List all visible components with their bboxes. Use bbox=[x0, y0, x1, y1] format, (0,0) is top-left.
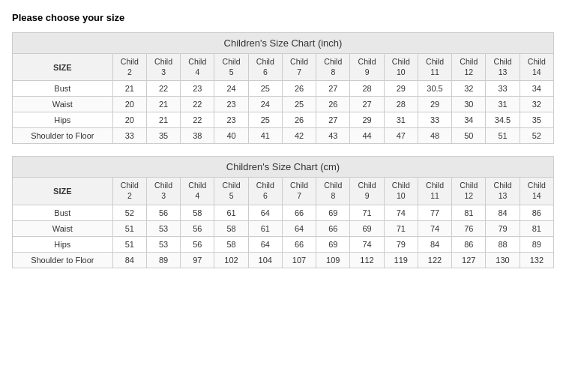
cm-chart-container: Children's Size Chart (cm) SIZE Child2Ch… bbox=[12, 156, 554, 268]
size-header-7: Child9 bbox=[350, 178, 384, 205]
cm-chart-table: SIZE Child2Child3Child4Child5Child6Child… bbox=[12, 177, 554, 268]
cell-2-5: 26 bbox=[282, 112, 316, 128]
size-header-11: Child13 bbox=[486, 54, 520, 81]
cell-0-1: 22 bbox=[146, 81, 180, 97]
cell-3-5: 107 bbox=[282, 252, 316, 268]
table-row: Shoulder to Floor33353840414243444748505… bbox=[13, 128, 554, 144]
cell-1-10: 30 bbox=[452, 97, 486, 112]
cell-3-2: 97 bbox=[181, 252, 214, 268]
cell-0-2: 58 bbox=[181, 205, 214, 220]
cell-0-8: 74 bbox=[384, 205, 418, 220]
cell-0-0: 21 bbox=[112, 81, 146, 97]
cell-2-2: 56 bbox=[181, 236, 214, 252]
cell-1-0: 51 bbox=[112, 220, 146, 236]
cell-0-8: 29 bbox=[384, 81, 418, 97]
size-header-9: Child11 bbox=[418, 54, 451, 81]
cell-1-10: 76 bbox=[452, 220, 486, 236]
cell-1-1: 53 bbox=[146, 220, 180, 236]
cell-3-8: 119 bbox=[384, 252, 418, 268]
table-row: Bust21222324252627282930.5323334 bbox=[13, 81, 554, 97]
cell-2-0: 20 bbox=[112, 112, 146, 128]
cell-2-8: 79 bbox=[384, 236, 418, 252]
cell-2-6: 27 bbox=[316, 112, 350, 128]
cell-3-12: 132 bbox=[520, 252, 553, 268]
cell-1-8: 28 bbox=[384, 97, 418, 112]
row-label-3: Shoulder to Floor bbox=[13, 252, 113, 268]
cell-2-11: 34.5 bbox=[486, 112, 520, 128]
size-header-3: Child5 bbox=[214, 54, 248, 81]
inch-header-row: SIZE Child2Child3Child4Child5Child6Child… bbox=[13, 54, 554, 81]
cell-0-4: 25 bbox=[248, 81, 282, 97]
cell-1-11: 79 bbox=[486, 220, 520, 236]
size-header-5: Child7 bbox=[282, 178, 316, 205]
cell-2-9: 84 bbox=[418, 236, 451, 252]
cell-2-7: 29 bbox=[350, 112, 384, 128]
size-header-0: Child2 bbox=[112, 54, 146, 81]
size-header-1: Child3 bbox=[146, 178, 180, 205]
cell-3-7: 44 bbox=[350, 128, 384, 144]
cell-2-5: 66 bbox=[282, 236, 316, 252]
size-header-10: Child12 bbox=[452, 178, 486, 205]
cell-3-4: 41 bbox=[248, 128, 282, 144]
cell-1-3: 58 bbox=[214, 220, 248, 236]
cell-3-10: 50 bbox=[452, 128, 486, 144]
cell-2-10: 34 bbox=[452, 112, 486, 128]
table-row: Shoulder to Floor84899710210410710911211… bbox=[13, 252, 554, 268]
cell-1-6: 66 bbox=[316, 220, 350, 236]
cell-0-6: 27 bbox=[316, 81, 350, 97]
cell-2-12: 89 bbox=[520, 236, 553, 252]
cell-1-6: 26 bbox=[316, 97, 350, 112]
cell-2-2: 22 bbox=[181, 112, 214, 128]
cell-2-1: 21 bbox=[146, 112, 180, 128]
size-header-0: Child2 bbox=[112, 178, 146, 205]
cell-0-7: 71 bbox=[350, 205, 384, 220]
cell-1-4: 61 bbox=[248, 220, 282, 236]
cell-2-12: 35 bbox=[520, 112, 553, 128]
size-header-1: Child3 bbox=[146, 54, 180, 81]
cell-2-4: 64 bbox=[248, 236, 282, 252]
size-header-8: Child10 bbox=[384, 178, 418, 205]
cell-2-3: 58 bbox=[214, 236, 248, 252]
cell-2-8: 31 bbox=[384, 112, 418, 128]
cell-2-1: 53 bbox=[146, 236, 180, 252]
cell-1-3: 23 bbox=[214, 97, 248, 112]
cell-1-9: 74 bbox=[418, 220, 451, 236]
cell-0-0: 52 bbox=[112, 205, 146, 220]
inch-size-header: SIZE bbox=[13, 54, 113, 81]
cell-1-7: 27 bbox=[350, 97, 384, 112]
cell-3-4: 104 bbox=[248, 252, 282, 268]
cell-3-5: 42 bbox=[282, 128, 316, 144]
cell-0-6: 69 bbox=[316, 205, 350, 220]
cell-0-10: 81 bbox=[452, 205, 486, 220]
size-header-3: Child5 bbox=[214, 178, 248, 205]
cell-2-11: 88 bbox=[486, 236, 520, 252]
cell-0-9: 77 bbox=[418, 205, 451, 220]
cell-0-5: 26 bbox=[282, 81, 316, 97]
cell-0-9: 30.5 bbox=[418, 81, 451, 97]
size-header-12: Child14 bbox=[520, 54, 553, 81]
cell-1-5: 64 bbox=[282, 220, 316, 236]
cell-0-4: 64 bbox=[248, 205, 282, 220]
size-header-4: Child6 bbox=[248, 54, 282, 81]
cell-2-9: 33 bbox=[418, 112, 451, 128]
cell-3-6: 43 bbox=[316, 128, 350, 144]
row-label-0: Bust bbox=[13, 205, 113, 220]
cell-3-0: 84 bbox=[112, 252, 146, 268]
cell-3-2: 38 bbox=[181, 128, 214, 144]
cell-1-7: 69 bbox=[350, 220, 384, 236]
cell-0-2: 23 bbox=[181, 81, 214, 97]
cell-3-7: 112 bbox=[350, 252, 384, 268]
size-header-12: Child14 bbox=[520, 178, 553, 205]
size-header-6: Child8 bbox=[316, 54, 350, 81]
cell-3-12: 52 bbox=[520, 128, 553, 144]
cell-0-10: 32 bbox=[452, 81, 486, 97]
size-header-4: Child6 bbox=[248, 178, 282, 205]
cell-2-4: 25 bbox=[248, 112, 282, 128]
cell-0-1: 56 bbox=[146, 205, 180, 220]
cell-3-1: 35 bbox=[146, 128, 180, 144]
cell-1-12: 32 bbox=[520, 97, 553, 112]
inch-chart-container: Children's Size Chart (inch) SIZE Child2… bbox=[12, 32, 554, 144]
cell-1-9: 29 bbox=[418, 97, 451, 112]
cell-3-3: 40 bbox=[214, 128, 248, 144]
inch-chart-table: SIZE Child2Child3Child4Child5Child6Child… bbox=[12, 53, 554, 144]
